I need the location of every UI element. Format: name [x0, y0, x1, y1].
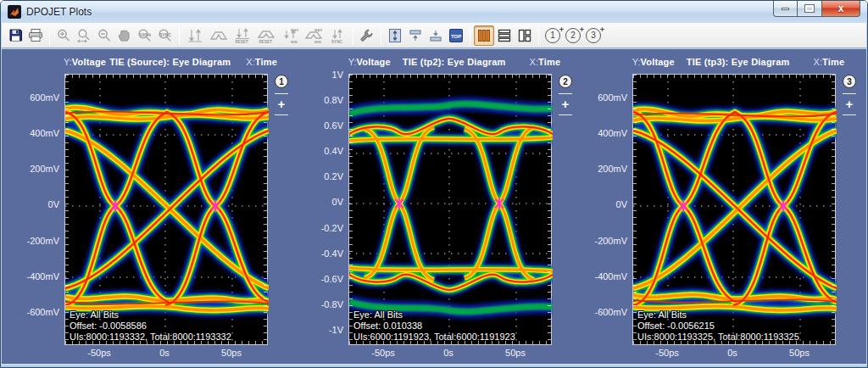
y-axis-tick-label: 400mV [598, 128, 627, 139]
align-top-icon [408, 28, 423, 43]
plots-area: Y:Voltage TIE (Source): Eye Diagram X:Ti… [2, 49, 866, 364]
plot2-x-axis: -50ps0s50ps [348, 348, 552, 360]
expand-plot-button[interactable]: + [278, 99, 286, 109]
toolbar-separator [381, 26, 381, 45]
plot2-annotations: Eye: All Bits Offset: 0.010338 UIs:6000:… [353, 309, 515, 342]
svg-text:RESET: RESET [236, 40, 249, 44]
y-axis-tick-label: 0.2V [324, 171, 343, 182]
plot-panel-3: Y:Voltage TIE (tp3): Eye Diagram X:Time … [632, 49, 868, 366]
cursor-trapezoid-icon [209, 27, 228, 44]
zoom-in-button[interactable] [53, 25, 74, 46]
y-axis-tick-label: 600mV [30, 92, 59, 103]
divider [559, 114, 572, 115]
add-plot-3-button[interactable]: 3+ [583, 25, 604, 46]
y-axis-tick-label: 600mV [598, 92, 627, 103]
plot-number-badge: 1 [275, 75, 288, 88]
layout-rows-icon [497, 28, 512, 43]
y-axis-tick-label: 0V [332, 197, 343, 208]
plot3-controls: 3 + [841, 75, 858, 120]
plot3-y-axis: 600mV400mV200mV0V-200mV-400mV-600mV [583, 92, 627, 318]
x-axis-tick-label: -50ps [655, 348, 679, 358]
y-axis-tick-label: 200mV [598, 164, 627, 175]
cursor-vertical-maxmin-button[interactable]: MAXMIN [278, 25, 302, 46]
svg-text:MAX: MAX [291, 27, 299, 31]
align-top-button[interactable] [405, 25, 426, 46]
cursor-trapezoid-reset-button[interactable]: RESET [254, 25, 278, 46]
plot1-title: Y:Voltage TIE (Source): Eye Diagram X:Ti… [47, 57, 293, 69]
top-button[interactable]: TOP [446, 25, 466, 46]
add-plot-2-button[interactable]: 2+ [563, 25, 583, 46]
close-button[interactable]: x [821, 1, 860, 17]
annotation-offset: Offset: 0.010338 [353, 321, 515, 331]
annotation-offset: Offset: -0.0056215 [637, 321, 799, 331]
annotation-eye: Eye: All Bits [353, 309, 515, 320]
annotation-eye: Eye: All Bits [70, 309, 231, 320]
cursor-trapezoid-reset-icon: RESET [256, 27, 276, 44]
plot1-annotations: Eye: All Bits Offset: -0.0058586 UIs:800… [70, 309, 231, 342]
y-axis-tick-label: -0.8V [321, 299, 343, 310]
align-bottom-button[interactable] [426, 25, 446, 46]
y-axis-tick-label: 200mV [30, 164, 59, 175]
y-axis-tick-label: -0.4V [321, 248, 343, 259]
toolbar-separator [538, 26, 539, 45]
cursor-trapezoid-maxmin-icon: MAXMIN [303, 27, 324, 44]
cursor-sync-button[interactable]: SYNC [326, 25, 349, 46]
plot2-canvas[interactable]: Eye: All Bits Offset: 0.010338 UIs:6000:… [348, 74, 552, 345]
layout-columns-button[interactable] [474, 25, 494, 46]
plot1-x-axis: -50ps0s50ps [64, 348, 268, 360]
layout-columns-icon [476, 28, 492, 43]
x-axis-tick-label: 0s [159, 348, 170, 358]
x-axis-tick-label: 0s [727, 348, 737, 358]
fit-vertical-icon [387, 28, 403, 43]
zoom-out-button[interactable] [94, 25, 114, 46]
layout-mixed-icon [517, 28, 532, 43]
toolbar-separator [179, 26, 180, 45]
minimize-button[interactable] [773, 1, 798, 17]
cursor-vertical-button[interactable] [183, 25, 207, 46]
toolbar-separator [49, 26, 50, 45]
y-axis-tick-label: 400mV [30, 128, 59, 139]
annotation-uis: UIs:8000:1193325, Total:8000:1193325 [637, 332, 799, 342]
x-axis-tick-label: -50ps [371, 348, 395, 358]
annotation-offset: Offset: -0.0058586 [70, 321, 231, 331]
cursor-trapezoid-button[interactable] [207, 25, 231, 46]
cursor-trapezoid-maxmin-button[interactable]: MAXMIN [302, 25, 326, 46]
align-bottom-icon [428, 28, 443, 43]
plot1-controls: 1 + [273, 75, 290, 120]
settings-button[interactable] [357, 25, 377, 46]
y-axis-tick-label: -400mV [594, 271, 627, 282]
layout-rows-button[interactable] [494, 25, 515, 46]
print-button[interactable] [25, 25, 46, 46]
expand-plot-button[interactable]: + [846, 99, 854, 109]
y-axis-tick-label: -1V [329, 325, 343, 336]
zoom-sync-button[interactable]: SYNC [155, 25, 175, 46]
dpojet-plots-window: DPOJET Plots x 100% SYNC [0, 0, 868, 368]
window-title: DPOJET Plots [26, 6, 92, 18]
fit-vertical-button[interactable] [385, 25, 405, 46]
title-bar[interactable]: DPOJET Plots x [1, 1, 867, 23]
add-plot-1-button[interactable]: 1+ [542, 25, 563, 46]
maximize-button[interactable] [798, 1, 821, 17]
cursor-vertical-reset-button[interactable]: RESET [231, 25, 254, 46]
svg-text:TOP: TOP [451, 33, 461, 38]
layout-mixed-button[interactable] [515, 25, 535, 46]
expand-plot-button[interactable]: + [562, 99, 570, 109]
plot3-canvas[interactable]: Eye: All Bits Offset: -0.0056215 UIs:800… [632, 74, 836, 345]
zoom-horizontal-button[interactable] [74, 25, 94, 46]
toolbar: 100% SYNC RESET RESET MAXMIN MAXMIN SYNC [2, 23, 866, 48]
x-axis-tick-label: 50ps [789, 348, 810, 358]
x-axis-tick-label: -50ps [87, 348, 111, 358]
y-axis-tick-label: -200mV [26, 236, 59, 247]
y-axis-tick-label: -0.2V [321, 223, 343, 234]
y-axis-tick-label: -600mV [594, 307, 627, 318]
save-button[interactable] [5, 25, 25, 46]
y-axis-tick-label: 0V [48, 199, 59, 210]
zoom-100-button[interactable]: 100% [135, 25, 155, 46]
plot-number-badge: 3 [843, 75, 856, 88]
plot1-canvas[interactable]: Eye: All Bits Offset: -0.0058586 UIs:800… [64, 74, 268, 345]
svg-text:100%: 100% [139, 31, 151, 36]
zoom-sync-icon: SYNC [157, 28, 174, 43]
cursor-vertical-icon [186, 27, 204, 44]
pan-button[interactable] [114, 25, 135, 46]
plot-panel-2: Y:Voltage TIE (tp2): Eye Diagram X:Time … [348, 49, 603, 366]
